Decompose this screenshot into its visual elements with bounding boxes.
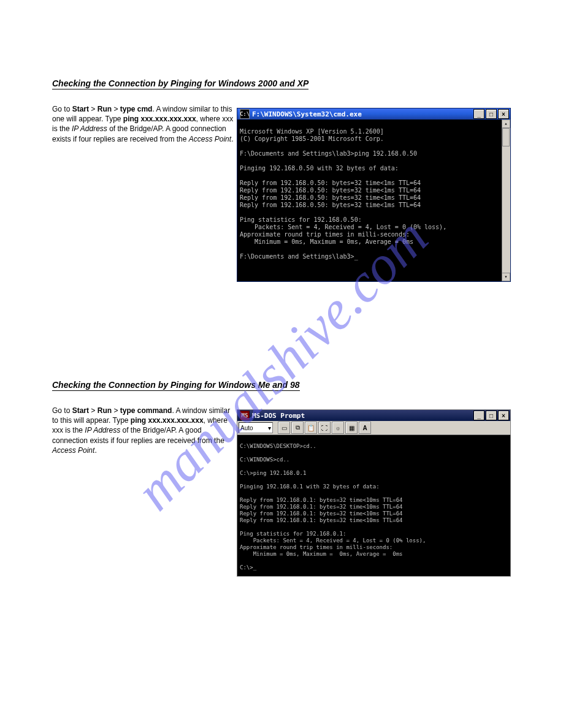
page: manualshive.com Checking the Connection … — [0, 0, 563, 728]
minimize-button[interactable]: _ — [473, 109, 484, 119]
section2-p1: Go to Start > Run > type command. A wind… — [52, 406, 236, 455]
minimize-button[interactable]: _ — [473, 411, 484, 420]
section1-p1: Go to Start > Run > type cmd. A window s… — [52, 104, 236, 144]
msdos-titlebar[interactable]: MS MS-DOS Prompt _ □ × — [237, 410, 510, 421]
section-1: Checking the Connection by Pinging for W… — [52, 78, 512, 89]
scrollbar-thumb[interactable] — [502, 128, 510, 146]
close-button[interactable]: × — [498, 411, 509, 420]
cmd-title-text: F:\WINDOWS\System32\cmd.exe — [252, 110, 362, 118]
section-title-winxp: Checking the Connection by Pinging for W… — [52, 78, 308, 89]
toolbar-btn-fullscreen[interactable]: ⛶ — [318, 422, 331, 434]
toolbar-btn-font[interactable]: A — [359, 422, 371, 434]
maximize-button[interactable]: □ — [486, 411, 497, 420]
section-2: Checking the Connection by Pinging for W… — [52, 380, 512, 391]
toolbar-btn-copy[interactable]: ⧉ — [291, 422, 304, 434]
msdos-title-text: MS-DOS Prompt — [252, 412, 305, 420]
toolbar-btn-paste[interactable]: 📋 — [305, 422, 317, 434]
cmd-body: Microsoft Windows XP [Version 5.1.2600] … — [237, 119, 510, 281]
msdos-body: C:\WINDOWS\DESKTOP>cd.. C:\WINDOWS>cd.. … — [237, 435, 510, 576]
close-button[interactable]: × — [498, 109, 509, 119]
maximize-button[interactable]: □ — [486, 109, 497, 119]
section-title-winme: Checking the Connection by Pinging for W… — [52, 380, 300, 391]
toolbar-btn-properties[interactable]: ☼ — [332, 422, 344, 434]
toolbar-btn-mark[interactable]: ▭ — [278, 422, 290, 434]
cmd-icon: C:\ — [240, 109, 250, 119]
scrollbar-up-button[interactable]: ▴ — [502, 119, 510, 128]
msdos-toolbar: Auto ▭ ⧉ 📋 ⛶ ☼ ▦ A — [237, 421, 510, 435]
scrollbar-down-button[interactable]: ▾ — [502, 273, 510, 281]
font-combo[interactable]: Auto — [239, 422, 273, 433]
toolbar-btn-background[interactable]: ▦ — [345, 422, 358, 434]
cmd-window: C:\ F:\WINDOWS\System32\cmd.exe _ □ × Mi… — [237, 108, 511, 282]
msdos-window: MS MS-DOS Prompt _ □ × Auto ▭ ⧉ 📋 ⛶ ☼ ▦ … — [237, 409, 511, 577]
msdos-icon: MS — [240, 411, 250, 420]
cmd-titlebar[interactable]: C:\ F:\WINDOWS\System32\cmd.exe _ □ × — [237, 108, 510, 119]
